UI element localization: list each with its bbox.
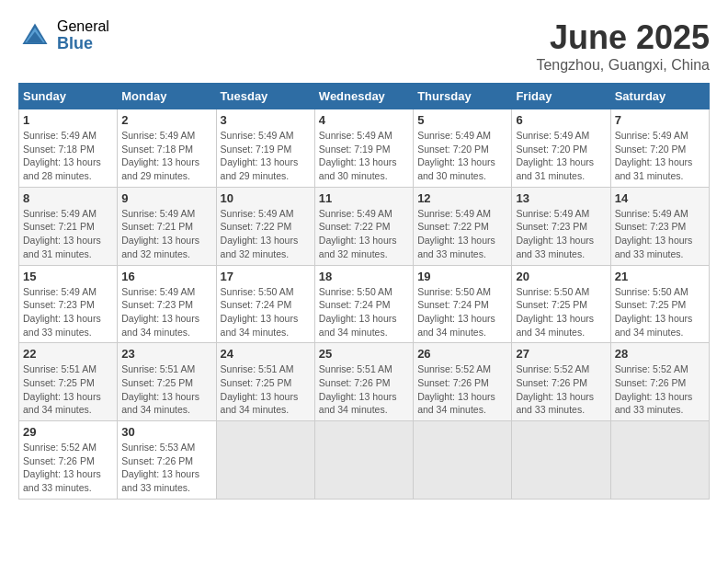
- calendar-cell: 22Sunrise: 5:51 AM Sunset: 7:25 PM Dayli…: [19, 343, 118, 421]
- calendar-cell: 28Sunrise: 5:52 AM Sunset: 7:26 PM Dayli…: [610, 343, 709, 421]
- day-info: Sunrise: 5:50 AM Sunset: 7:24 PM Dayligh…: [319, 285, 409, 339]
- calendar-cell: 27Sunrise: 5:52 AM Sunset: 7:26 PM Dayli…: [512, 343, 610, 421]
- logo: General Blue: [18, 18, 109, 52]
- calendar-cell: 1Sunrise: 5:49 AM Sunset: 7:18 PM Daylig…: [19, 109, 118, 188]
- day-number: 24: [221, 347, 311, 361]
- day-info: Sunrise: 5:49 AM Sunset: 7:20 PM Dayligh…: [516, 129, 606, 183]
- day-info: Sunrise: 5:52 AM Sunset: 7:26 PM Dayligh…: [23, 441, 113, 495]
- day-info: Sunrise: 5:49 AM Sunset: 7:18 PM Dayligh…: [121, 129, 211, 183]
- weekday-header-friday: Friday: [512, 84, 610, 109]
- day-info: Sunrise: 5:49 AM Sunset: 7:23 PM Dayligh…: [615, 207, 705, 261]
- day-number: 12: [417, 191, 507, 205]
- day-number: 23: [121, 347, 211, 361]
- calendar-table: SundayMondayTuesdayWednesdayThursdayFrid…: [18, 83, 710, 500]
- day-info: Sunrise: 5:50 AM Sunset: 7:24 PM Dayligh…: [417, 285, 507, 339]
- calendar-cell: 30Sunrise: 5:53 AM Sunset: 7:26 PM Dayli…: [118, 421, 216, 500]
- calendar-week-row: 15Sunrise: 5:49 AM Sunset: 7:23 PM Dayli…: [19, 265, 710, 343]
- day-number: 16: [121, 270, 211, 283]
- weekday-header-tuesday: Tuesday: [216, 84, 314, 109]
- weekday-header-row: SundayMondayTuesdayWednesdayThursdayFrid…: [19, 84, 710, 109]
- day-number: 2: [121, 113, 211, 127]
- calendar-cell: 7Sunrise: 5:49 AM Sunset: 7:20 PM Daylig…: [610, 109, 709, 188]
- location-title: Tengzhou, Guangxi, China: [536, 57, 710, 74]
- day-number: 25: [319, 347, 409, 361]
- day-info: Sunrise: 5:53 AM Sunset: 7:26 PM Dayligh…: [121, 441, 211, 495]
- day-number: 7: [615, 113, 705, 127]
- calendar-cell: 2Sunrise: 5:49 AM Sunset: 7:18 PM Daylig…: [118, 109, 216, 188]
- calendar-cell: [512, 421, 610, 500]
- calendar-week-row: 22Sunrise: 5:51 AM Sunset: 7:25 PM Dayli…: [19, 343, 710, 421]
- calendar-cell: 3Sunrise: 5:49 AM Sunset: 7:19 PM Daylig…: [216, 109, 314, 188]
- calendar-week-row: 8Sunrise: 5:49 AM Sunset: 7:21 PM Daylig…: [19, 187, 710, 265]
- day-info: Sunrise: 5:50 AM Sunset: 7:25 PM Dayligh…: [516, 285, 606, 339]
- day-number: 6: [516, 113, 606, 127]
- day-number: 20: [516, 270, 606, 283]
- day-info: Sunrise: 5:51 AM Sunset: 7:25 PM Dayligh…: [121, 362, 211, 417]
- logo-blue: Blue: [57, 35, 109, 53]
- calendar-cell: 11Sunrise: 5:49 AM Sunset: 7:22 PM Dayli…: [314, 187, 413, 265]
- day-number: 4: [319, 113, 409, 127]
- day-info: Sunrise: 5:52 AM Sunset: 7:26 PM Dayligh…: [615, 362, 705, 417]
- calendar-cell: 8Sunrise: 5:49 AM Sunset: 7:21 PM Daylig…: [19, 187, 118, 265]
- calendar-cell: 12Sunrise: 5:49 AM Sunset: 7:22 PM Dayli…: [414, 187, 512, 265]
- logo-text: General Blue: [57, 18, 109, 52]
- day-info: Sunrise: 5:49 AM Sunset: 7:20 PM Dayligh…: [615, 129, 705, 183]
- day-number: 13: [516, 191, 606, 205]
- day-number: 22: [23, 347, 113, 361]
- calendar-cell: 19Sunrise: 5:50 AM Sunset: 7:24 PM Dayli…: [414, 265, 512, 343]
- day-number: 30: [121, 425, 211, 439]
- calendar-cell: 4Sunrise: 5:49 AM Sunset: 7:19 PM Daylig…: [314, 109, 413, 188]
- day-number: 29: [23, 425, 113, 439]
- day-number: 10: [221, 191, 311, 205]
- day-info: Sunrise: 5:50 AM Sunset: 7:24 PM Dayligh…: [221, 285, 311, 339]
- day-number: 14: [615, 191, 705, 205]
- calendar-cell: 18Sunrise: 5:50 AM Sunset: 7:24 PM Dayli…: [314, 265, 413, 343]
- day-number: 3: [221, 113, 311, 127]
- calendar-week-row: 29Sunrise: 5:52 AM Sunset: 7:26 PM Dayli…: [19, 421, 710, 500]
- header: General Blue June 2025 Tengzhou, Guangxi…: [18, 18, 710, 74]
- calendar-cell: 9Sunrise: 5:49 AM Sunset: 7:21 PM Daylig…: [118, 187, 216, 265]
- day-number: 11: [319, 191, 409, 205]
- day-info: Sunrise: 5:49 AM Sunset: 7:23 PM Dayligh…: [23, 285, 113, 339]
- title-area: June 2025 Tengzhou, Guangxi, China: [536, 18, 710, 74]
- weekday-header-sunday: Sunday: [19, 84, 118, 109]
- day-number: 19: [417, 270, 507, 283]
- weekday-header-wednesday: Wednesday: [314, 84, 413, 109]
- calendar-cell: 5Sunrise: 5:49 AM Sunset: 7:20 PM Daylig…: [414, 109, 512, 188]
- day-info: Sunrise: 5:49 AM Sunset: 7:19 PM Dayligh…: [319, 129, 409, 183]
- day-info: Sunrise: 5:49 AM Sunset: 7:23 PM Dayligh…: [121, 285, 211, 339]
- day-info: Sunrise: 5:49 AM Sunset: 7:23 PM Dayligh…: [516, 207, 606, 261]
- day-info: Sunrise: 5:49 AM Sunset: 7:22 PM Dayligh…: [417, 207, 507, 261]
- calendar-week-row: 1Sunrise: 5:49 AM Sunset: 7:18 PM Daylig…: [19, 109, 710, 188]
- day-number: 26: [417, 347, 507, 361]
- day-info: Sunrise: 5:49 AM Sunset: 7:18 PM Dayligh…: [23, 129, 113, 183]
- month-title: June 2025: [536, 18, 710, 57]
- calendar-cell: 10Sunrise: 5:49 AM Sunset: 7:22 PM Dayli…: [216, 187, 314, 265]
- calendar-cell: [414, 421, 512, 500]
- calendar-cell: 23Sunrise: 5:51 AM Sunset: 7:25 PM Dayli…: [118, 343, 216, 421]
- day-number: 9: [121, 191, 211, 205]
- weekday-header-saturday: Saturday: [610, 84, 709, 109]
- day-info: Sunrise: 5:50 AM Sunset: 7:25 PM Dayligh…: [615, 285, 705, 339]
- calendar-cell: 17Sunrise: 5:50 AM Sunset: 7:24 PM Dayli…: [216, 265, 314, 343]
- day-info: Sunrise: 5:51 AM Sunset: 7:25 PM Dayligh…: [23, 362, 113, 417]
- calendar-cell: 6Sunrise: 5:49 AM Sunset: 7:20 PM Daylig…: [512, 109, 610, 188]
- calendar-cell: [216, 421, 314, 500]
- calendar-cell: 25Sunrise: 5:51 AM Sunset: 7:26 PM Dayli…: [314, 343, 413, 421]
- day-number: 18: [319, 270, 409, 283]
- day-number: 27: [516, 347, 606, 361]
- calendar-cell: [314, 421, 413, 500]
- calendar-cell: 24Sunrise: 5:51 AM Sunset: 7:25 PM Dayli…: [216, 343, 314, 421]
- day-number: 15: [23, 270, 113, 283]
- day-info: Sunrise: 5:49 AM Sunset: 7:21 PM Dayligh…: [23, 207, 113, 261]
- calendar-cell: 20Sunrise: 5:50 AM Sunset: 7:25 PM Dayli…: [512, 265, 610, 343]
- calendar-cell: 13Sunrise: 5:49 AM Sunset: 7:23 PM Dayli…: [512, 187, 610, 265]
- day-info: Sunrise: 5:49 AM Sunset: 7:22 PM Dayligh…: [221, 207, 311, 261]
- logo-icon: [18, 19, 51, 52]
- calendar-cell: 26Sunrise: 5:52 AM Sunset: 7:26 PM Dayli…: [414, 343, 512, 421]
- calendar-cell: 29Sunrise: 5:52 AM Sunset: 7:26 PM Dayli…: [19, 421, 118, 500]
- calendar-cell: 16Sunrise: 5:49 AM Sunset: 7:23 PM Dayli…: [118, 265, 216, 343]
- logo-general: General: [57, 18, 109, 35]
- day-info: Sunrise: 5:52 AM Sunset: 7:26 PM Dayligh…: [417, 362, 507, 417]
- day-info: Sunrise: 5:49 AM Sunset: 7:22 PM Dayligh…: [319, 207, 409, 261]
